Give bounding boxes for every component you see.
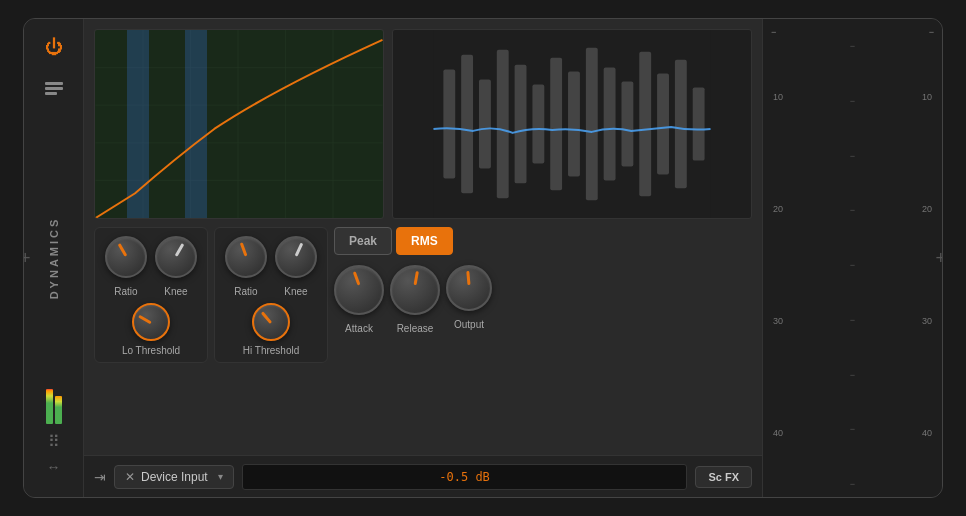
attack-indicator — [353, 271, 361, 285]
file-icon — [44, 81, 64, 97]
controls-row: Ratio Knee — [94, 227, 752, 363]
hi-threshold-label: Hi Threshold — [243, 345, 300, 356]
center-area: Ratio Knee — [84, 19, 762, 497]
svg-rect-17 — [515, 65, 527, 184]
meter-minus-left: − — [771, 27, 776, 37]
svg-rect-14 — [461, 55, 473, 194]
svg-rect-22 — [604, 68, 616, 181]
svg-rect-20 — [568, 72, 580, 177]
hi-threshold-indicator — [261, 311, 272, 324]
svg-rect-26 — [675, 60, 687, 189]
sidebar-bottom: ⠿ ↔ — [46, 384, 62, 485]
hi-threshold-knob[interactable] — [252, 303, 290, 341]
mini-meter-bar-left — [46, 389, 53, 424]
attack-group: Attack — [334, 265, 384, 334]
add-right-button[interactable]: + — [935, 248, 943, 269]
sidebar: ⏻ DYNAMICS ⠿ ↔ — [24, 19, 84, 497]
meter-bars-right — [859, 41, 919, 489]
hi-ratio-label: Ratio — [234, 286, 257, 297]
dropdown-arrow-icon[interactable]: ▾ — [218, 471, 223, 482]
center-top: Ratio Knee — [84, 19, 762, 455]
hi-knee-knob[interactable] — [275, 236, 317, 278]
lo-threshold-group: Ratio Knee — [94, 227, 208, 363]
hi-threshold-group: Ratio Knee — [214, 227, 328, 363]
lo-ratio-knee-row: Ratio Knee — [105, 236, 197, 297]
power-button[interactable]: ⏻ — [38, 31, 70, 63]
lo-ratio-label: Ratio — [114, 286, 137, 297]
attack-knob[interactable] — [334, 265, 384, 315]
lo-knee-indicator — [175, 243, 185, 257]
transfer-graph — [94, 29, 384, 219]
svg-rect-16 — [497, 50, 509, 198]
lo-knee-knob[interactable] — [155, 236, 197, 278]
output-label: Output — [454, 319, 484, 330]
output-group: Output — [446, 265, 492, 334]
output-indicator — [466, 271, 470, 285]
mid-scale: − − − − − − − − − — [849, 41, 857, 489]
svg-rect-25 — [657, 74, 669, 175]
svg-rect-19 — [550, 58, 562, 191]
meters-header: − − — [767, 27, 938, 37]
footer-bar: ⇥ ✕ Device Input ▾ -0.5 dB Sc FX — [84, 455, 762, 497]
hi-knee-indicator — [295, 243, 304, 257]
svg-rect-0 — [45, 82, 63, 85]
rms-button[interactable]: RMS — [396, 227, 453, 255]
meters-panel: − − 10 20 30 40 — [762, 19, 942, 497]
top-section — [94, 29, 752, 219]
routing-icon[interactable]: ⇥ — [94, 469, 106, 485]
db-display: -0.5 dB — [242, 464, 688, 490]
svg-rect-27 — [693, 87, 705, 160]
transfer-curve — [95, 30, 383, 218]
lo-threshold-knob[interactable] — [132, 303, 170, 341]
sidebar-mini-meters — [46, 384, 62, 424]
plugin-container: + ⏻ DYNAMICS ⠿ ↔ — [23, 18, 943, 498]
meters-body: 10 20 30 40 — [767, 41, 938, 489]
hi-knee-group: Knee — [275, 236, 317, 297]
right-scale: 10 20 30 40 — [920, 41, 936, 489]
release-group: Release — [390, 265, 440, 334]
left-scale: 10 20 30 40 — [769, 41, 785, 489]
waveform-svg — [393, 30, 751, 218]
routing-button[interactable]: ↔ — [47, 459, 61, 475]
svg-rect-23 — [621, 81, 633, 166]
meter-minus-right: − — [929, 27, 934, 37]
attack-label: Attack — [345, 323, 373, 334]
right-controls: Peak RMS Attack — [334, 227, 492, 334]
hi-threshold-wrap: Hi Threshold — [243, 303, 300, 356]
svg-rect-2 — [45, 92, 57, 95]
peak-button[interactable]: Peak — [334, 227, 392, 255]
waveform-display — [392, 29, 752, 219]
dots-button[interactable]: ⠿ — [48, 432, 60, 451]
lo-threshold-indicator — [138, 315, 152, 325]
meter-bars-left — [787, 41, 847, 489]
release-knob[interactable] — [390, 265, 440, 315]
mini-meter-bar-right — [55, 396, 62, 424]
hi-ratio-knob[interactable] — [225, 236, 267, 278]
device-input-button[interactable]: ✕ Device Input ▾ — [114, 465, 234, 489]
svg-rect-24 — [639, 52, 651, 196]
attack-release-output-row: Attack Release — [334, 265, 492, 334]
lo-threshold-label: Lo Threshold — [122, 345, 180, 356]
lo-threshold-wrap: Lo Threshold — [122, 303, 180, 356]
plugin-title-label: DYNAMICS — [48, 217, 60, 300]
sc-fx-button[interactable]: Sc FX — [695, 466, 752, 488]
hi-ratio-group: Ratio — [225, 236, 267, 297]
svg-rect-13 — [443, 70, 455, 179]
release-label: Release — [397, 323, 434, 334]
svg-rect-18 — [532, 84, 544, 163]
hi-ratio-knee-row: Ratio Knee — [225, 236, 317, 297]
svg-rect-21 — [586, 48, 598, 200]
hi-ratio-indicator — [240, 242, 248, 256]
hi-knee-label: Knee — [284, 286, 307, 297]
release-indicator — [414, 271, 419, 285]
file-button[interactable] — [38, 73, 70, 105]
output-knob[interactable] — [446, 265, 492, 311]
lo-knee-group: Knee — [155, 236, 197, 297]
peak-rms-section: Peak RMS — [334, 227, 492, 255]
svg-rect-15 — [479, 79, 491, 168]
lo-knee-label: Knee — [164, 286, 187, 297]
lo-ratio-knob[interactable] — [105, 236, 147, 278]
db-value: -0.5 dB — [439, 470, 490, 484]
add-left-button[interactable]: + — [23, 248, 31, 269]
device-close-icon[interactable]: ✕ — [125, 470, 135, 484]
